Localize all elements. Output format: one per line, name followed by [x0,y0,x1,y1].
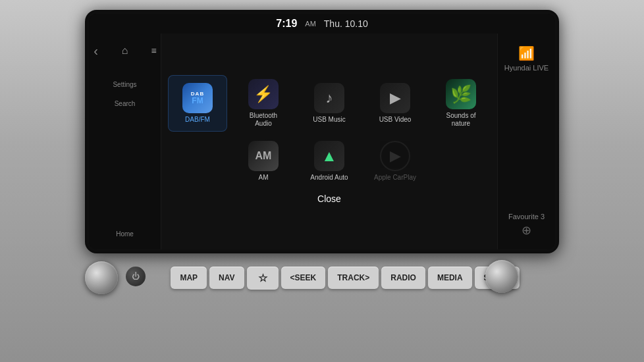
usbmusic-icon: ♪ [326,90,333,107]
menu-row-2: AM AM ▲ Android Auto [168,137,491,186]
nature-icon: 🌿 [450,84,471,105]
nav-button[interactable]: NAV [209,267,244,289]
bluetooth-label: BluetoothAudio [250,112,277,128]
dabfm-icon-box: DAB FM [182,83,213,113]
am-label: AM [259,174,269,182]
back-icon: ‹ [89,41,105,60]
usbvideo-icon-box: ▶ [380,83,410,113]
controls-row: ⏻ MAP NAV ☆ <SEEK TRACK> RADIO MEDIA SET… [85,253,559,299]
track-forward-button[interactable]: TRACK> [328,267,379,289]
center-menu: DAB FM DAB/FM ⚡ [161,34,497,249]
status-date: Thu. 10.10 [324,18,368,29]
left-sidebar: ‹ ⌂ ≡ Settings Search [89,34,161,249]
menu-row-1: DAB FM DAB/FM ⚡ [168,75,491,132]
back-button[interactable]: ‹ [89,41,105,60]
favourite-label: Favourite 3 [508,213,545,220]
right-sidebar: 📶 Hyundai LIVE Favourite 3 ⊕ [497,34,555,249]
wifi-icon: 📶 [518,45,535,61]
status-time: 7:19 [276,18,297,30]
status-ampm: AM [305,20,316,28]
right-top: 📶 Hyundai LIVE [504,39,549,72]
am-icon-box: AM [248,141,279,171]
menu-icon: ≡ [145,41,163,60]
radio-button[interactable]: RADIO [381,267,425,289]
menu-button[interactable]: ≡ [145,41,163,60]
seek-back-button[interactable]: <SEEK [281,267,326,289]
screen: 7:19 AM Thu. 10.10 ‹ ⌂ ≡ [89,14,555,249]
menu-item-android[interactable]: ▲ Android Auto [300,137,359,186]
dabfm-label: DAB/FM [185,116,210,124]
media-button[interactable]: MEDIA [428,267,472,289]
carplay-icon: ▶ [390,147,401,165]
usbvideo-label: USB Video [379,116,412,124]
search-button[interactable]: Search [115,100,136,107]
bluetooth-icon-box: ⚡ [248,79,279,109]
menu-item-usbmusic[interactable]: ♪ USB Music [300,75,359,132]
menu-item-am[interactable]: AM AM [234,137,293,186]
menu-item-usbvideo[interactable]: ▶ USB Video [365,75,425,132]
screen-bezel: 7:19 AM Thu. 10.10 ‹ ⌂ ≡ [85,10,559,253]
android-icon: ▲ [321,147,337,165]
home-nav-label: Home [116,230,134,238]
close-button[interactable]: Close [291,190,367,208]
menu-item-bluetooth[interactable]: ⚡ BluetoothAudio [234,75,293,132]
settings-button[interactable]: Settings [113,81,136,88]
usbvideo-icon: ▶ [390,90,401,107]
home-button[interactable]: ⌂ [116,41,134,60]
map-button[interactable]: MAP [171,267,207,289]
search-label: Search [115,100,136,107]
status-bar: 7:19 AM Thu. 10.10 [89,14,555,34]
star-button[interactable]: ☆ [247,267,279,290]
right-tuner-knob[interactable] [485,260,518,293]
main-content: ‹ ⌂ ≡ Settings Search [89,34,555,249]
hyundai-live-label: Hyundai LIVE [504,64,549,72]
carplay-label: Apple CarPlay [374,174,416,182]
power-icon: ⏻ [132,272,140,281]
menu-item-nature[interactable]: 🌿 Sounds ofnature [431,75,491,132]
menu-item-dabfm[interactable]: DAB FM DAB/FM [168,75,227,132]
car-surround: 7:19 AM Thu. 10.10 ‹ ⌂ ≡ [0,0,644,362]
nature-icon-box: 🌿 [446,79,476,109]
home-nav-button[interactable]: Home [116,230,134,238]
bluetooth-icon: ⚡ [254,85,273,103]
settings-label: Settings [113,81,136,88]
right-bottom: Favourite 3 ⊕ [508,213,545,244]
usbmusic-icon-box: ♪ [314,83,344,113]
android-label: Android Auto [310,174,348,182]
menu-item-carplay[interactable]: ▶ Apple CarPlay [365,137,425,186]
power-button[interactable]: ⏻ [126,267,146,286]
android-icon-box: ▲ [314,141,344,171]
nature-label: Sounds ofnature [446,112,475,128]
carplay-icon-box: ▶ [380,141,410,171]
usbmusic-label: USB Music [313,116,345,124]
home-icon: ⌂ [116,41,134,60]
menu-grid: DAB FM DAB/FM ⚡ [168,75,491,186]
plus-icon[interactable]: ⊕ [522,223,531,238]
left-volume-knob[interactable] [85,261,118,294]
